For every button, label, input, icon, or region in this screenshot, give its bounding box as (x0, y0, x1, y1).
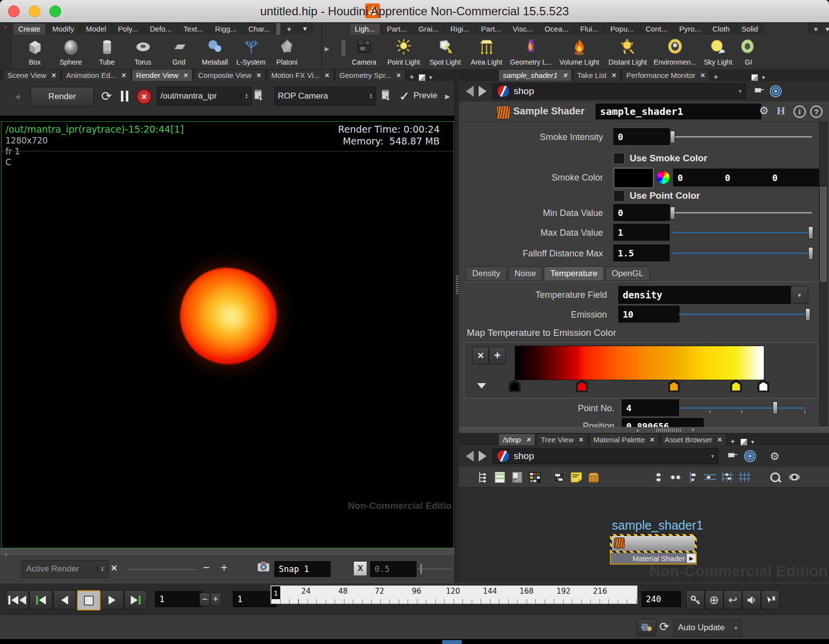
close-icon[interactable]: ✕ (396, 72, 401, 79)
shelf-tab-poly[interactable]: Poly... (113, 23, 144, 35)
pane-tab-material-palette[interactable]: Material Palette✕ (589, 433, 659, 445)
align-left-icon[interactable] (686, 471, 699, 483)
follow-selection-icon[interactable] (744, 450, 756, 462)
snap-grid-icon[interactable] (721, 471, 734, 483)
max-data-field[interactable]: 1 (613, 224, 670, 241)
shelf-menu-button[interactable]: ▾ (298, 23, 312, 35)
close-icon[interactable]: ✕ (563, 72, 567, 79)
connectivity-icon[interactable] (477, 471, 490, 483)
tool-box[interactable]: Box (17, 36, 53, 66)
close-icon[interactable]: ✕ (121, 72, 126, 79)
network-path-field[interactable]: shop ▾ (492, 448, 718, 464)
emission-slider-handle[interactable] (805, 308, 810, 321)
temperature-field-value[interactable]: density (618, 286, 795, 304)
spinner-icon[interactable]: ▲▼ (97, 566, 104, 572)
title-bar[interactable]: untitled.hip - Houdini Apprentice Non-Co… (0, 0, 829, 23)
shelf-tab-cloth[interactable]: Cloth (707, 23, 735, 35)
render-mode-dropdown[interactable]: Active Render▲▼ (22, 560, 109, 578)
shelf-tab-texture[interactable]: Text... (178, 23, 209, 35)
forward-icon[interactable] (479, 86, 487, 97)
pane-tab-animation-editor[interactable]: Animation Ed...✕ (62, 69, 131, 81)
smoke-color-b-field[interactable]: 0 (768, 169, 821, 186)
close-icon[interactable]: ✕ (578, 436, 583, 443)
stop-playback-button[interactable] (77, 590, 101, 610)
pin-icon[interactable] (726, 451, 737, 462)
range-inc-button[interactable]: + (210, 593, 221, 606)
folder-tab-noise[interactable]: Noise (508, 266, 542, 281)
shelf-tab-particlefluids[interactable]: Part... (476, 23, 506, 35)
use-smoke-color-checkbox[interactable] (613, 153, 625, 164)
pause-render-icon[interactable] (117, 89, 131, 104)
sticky-note-icon[interactable] (570, 471, 583, 483)
temperature-field-dropdown[interactable]: ▾ (791, 286, 808, 304)
falloff-field[interactable]: 1.5 (613, 245, 670, 261)
pane-tab-sample-shader1[interactable]: sample_shader1✕ (498, 69, 572, 81)
render-button[interactable]: Render (31, 87, 94, 107)
tool-tube[interactable]: Tube (89, 36, 125, 66)
shelf-left-rail[interactable]: ▲ (0, 22, 11, 71)
update-refresh-icon[interactable]: ⟳ (656, 619, 672, 635)
ramp-delete-point-button[interactable]: ✕ (472, 347, 489, 364)
folder-tab-temperature[interactable]: Temperature (544, 266, 603, 281)
range-end-field[interactable]: 240 (641, 591, 681, 607)
tool-volume-light[interactable]: Volume Light (555, 36, 604, 66)
use-point-color-checkbox[interactable] (613, 190, 625, 202)
max-data-slider-handle[interactable] (808, 226, 813, 239)
detail-view-icon[interactable] (511, 471, 524, 483)
help-icon[interactable]: ? (810, 106, 823, 118)
tool-grid[interactable]: Grid (161, 36, 197, 66)
spinner-icon[interactable]: ▲▼ (366, 93, 373, 99)
close-icon[interactable]: ✕ (51, 72, 56, 79)
next-keyframe-button[interactable] (124, 590, 147, 609)
smoke-color-r-field[interactable]: 0 (673, 169, 725, 186)
pin-icon[interactable] (753, 86, 764, 97)
smoke-color-g-field[interactable]: 0 (720, 169, 773, 186)
tool-spot-light[interactable]: Spot Light (424, 36, 466, 66)
range-dec-button[interactable]: − (199, 593, 210, 606)
gear-icon[interactable]: ⚙ (770, 450, 780, 463)
param-scrollbar[interactable] (819, 122, 828, 426)
new-tab-button[interactable]: + (731, 437, 735, 445)
network-canvas[interactable]: Shaders sample_shader1 Material Shader ▶… (459, 488, 829, 583)
shelf-tab-solid[interactable]: Solid (736, 23, 763, 35)
render-viewport[interactable]: /out/mantra_ipr(raytrace)-15:20:44[1] 12… (1, 121, 454, 548)
shelf-grip[interactable] (276, 24, 280, 35)
shelf-tab-populate[interactable]: Popu... (605, 23, 640, 35)
shelf-tab-deform[interactable]: Defo... (145, 23, 177, 35)
zoom-in-icon[interactable]: + (218, 559, 230, 576)
ramp-stop[interactable] (757, 379, 769, 392)
smoke-intensity-field[interactable]: 0 (613, 128, 670, 145)
blend-slider[interactable] (417, 569, 452, 570)
copy-rop-icon[interactable] (252, 88, 266, 105)
preview-checkbox[interactable]: ✓ (398, 88, 412, 105)
shelf-add-tab-button[interactable]: + (281, 23, 297, 35)
blend-fraction-field[interactable]: 0.5 (370, 561, 416, 577)
ramp-stop[interactable] (576, 379, 588, 392)
pane-tab-performance-monitor[interactable]: Performance Monitor✕ (622, 69, 710, 81)
playback-start-field[interactable]: 1 (233, 591, 276, 607)
smoke-intensity-slider-handle[interactable] (670, 131, 675, 143)
gamma-slider[interactable] (127, 569, 196, 570)
close-icon[interactable]: ✕ (717, 436, 722, 443)
ramp-collapse-icon[interactable] (477, 383, 486, 389)
new-tab-button[interactable]: + (714, 72, 718, 81)
pane-tab-shop[interactable]: /shop✕ (498, 433, 535, 445)
audio-icon[interactable] (742, 590, 761, 609)
tool-gi-light[interactable]: GI (737, 36, 760, 66)
ramp-stop[interactable] (509, 379, 521, 392)
close-icon[interactable]: ✕ (611, 72, 616, 79)
pane-tab-take-list[interactable]: Take List✕ (573, 69, 621, 81)
pane-tab-composite-view[interactable]: Composite View✕ (193, 69, 265, 81)
tool-metaball[interactable]: Metaball (197, 36, 233, 66)
close-icon[interactable]: ✕ (183, 72, 188, 79)
path-dropdown-icon[interactable]: ▾ (711, 453, 714, 460)
search-icon[interactable] (770, 472, 780, 482)
tool-torus[interactable]: Torus (125, 36, 161, 66)
shelf-tab-containers[interactable]: Cont... (640, 23, 673, 35)
pane-menu-icon[interactable]: ▾ (429, 74, 432, 81)
tool-camera[interactable]: Camera (345, 36, 383, 66)
grid-display-icon[interactable] (738, 471, 751, 483)
folder-tab-density[interactable]: Density (466, 266, 507, 281)
smoke-color-swatch[interactable] (613, 168, 654, 188)
re-render-icon[interactable]: ⟳ (98, 87, 115, 106)
